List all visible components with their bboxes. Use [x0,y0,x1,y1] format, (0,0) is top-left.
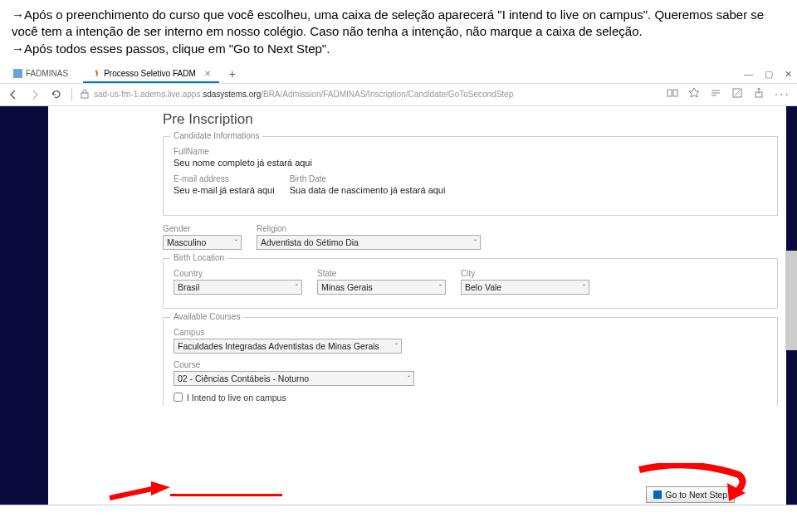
section-birth-location: Birth Location Country Brasilˇ State Min… [163,258,778,309]
address-bar[interactable]: sad-us-fm-1.adems.live.apps.sdasystems.o… [81,89,658,100]
reading-view-icon[interactable] [667,87,678,102]
tab-label: Processo Seletivo FADM [104,69,196,78]
fullname-label: FullName [174,147,767,156]
campus-label: Campus [174,328,767,337]
section-legend: Candidate Informations [170,131,262,140]
instruction-text: →Após o preenchimento do curso que você … [0,0,797,62]
site-icon [13,69,22,78]
birthdate-value: Sua data de nascimento já estará aqui [290,185,446,195]
campus-select[interactable]: Faculdades Integradas Adventistas de Min… [174,339,402,354]
tab-fadminas[interactable]: FADMINAS [5,66,76,83]
lock-icon [81,89,89,100]
scrollbar[interactable] [785,251,797,350]
chevron-down-icon: ˇ [431,283,442,291]
religion-select[interactable]: Adventista do Sétimo Diaˇ [257,235,481,250]
religion-label: Religion [257,224,481,233]
favorite-icon[interactable] [688,87,700,102]
flame-icon [91,69,100,78]
tab-bar: FADMINAS Processo Seletivo FADM ✕ + — ▢ … [0,62,797,84]
section-legend: Birth Location [170,253,227,262]
share-icon[interactable] [753,87,765,102]
svg-marker-10 [151,481,170,495]
close-icon[interactable]: ✕ [204,69,211,78]
email-label: E-mail address [174,174,275,183]
section-candidate-info: Candidate Informations FullName Seu nome… [163,136,778,216]
browser-window: FADMINAS Processo Seletivo FADM ✕ + — ▢ … [0,62,797,505]
new-tab-button[interactable]: + [229,67,236,81]
svg-rect-0 [13,69,22,78]
gender-select[interactable]: Masculinoˇ [163,235,242,250]
section-legend: Available Courses [170,312,243,321]
intend-campus-checkbox[interactable] [174,393,183,402]
annotation-arrow-curved [623,463,755,505]
intend-campus-label: I Intend to live on campus [187,393,286,403]
annotation-underline [170,494,282,496]
chevron-down-icon: ˇ [287,283,298,291]
left-blue-bar [0,106,48,505]
tab-processo[interactable]: Processo Seletivo FADM ✕ [83,66,219,83]
svg-rect-2 [667,90,672,96]
svg-rect-1 [81,93,88,98]
tab-label: FADMINAS [26,69,68,78]
url-part: sad-us-fm-1.adems.live.apps. [94,90,203,99]
arrow-icon: → [12,7,24,22]
back-button[interactable] [7,88,20,101]
email-value: Seu e-mail já estará aqui [174,185,275,195]
course-select[interactable]: 02 - Ciências Contábeis - Noturnoˇ [174,371,414,386]
country-select[interactable]: Brasilˇ [174,280,302,295]
notes-icon[interactable] [731,87,743,102]
chevron-down-icon: ˇ [466,238,477,246]
birthdate-label: Birth Date [290,174,446,183]
state-select[interactable]: Minas Geraisˇ [317,280,446,295]
city-label: City [461,269,589,278]
more-icon[interactable]: ··· [775,87,790,102]
country-label: Country [174,269,302,278]
minimize-button[interactable]: — [744,69,753,80]
url-path: /BRA/Admission/FADMINAS/Inscription/Cand… [261,90,513,99]
section-gender-religion: Gender Masculinoˇ Religion Adventista do… [163,224,778,250]
chevron-down-icon: ˇ [575,283,585,291]
annotation-arrow-left [108,481,170,501]
arrow-icon: → [12,41,24,56]
page-content: Pre Inscription Candidate Informations F… [0,106,797,505]
refresh-button[interactable] [50,88,63,101]
maximize-button[interactable]: ▢ [765,69,773,80]
url-host: sdasystems.org [203,90,261,99]
address-bar-row: sad-us-fm-1.adems.live.apps.sdasystems.o… [0,84,797,106]
course-label: Course [174,360,767,369]
close-window-button[interactable]: ✕ [785,69,792,80]
chevron-down-icon: ˇ [387,342,398,350]
city-select[interactable]: Belo Valeˇ [461,280,589,295]
state-label: State [317,269,446,278]
gender-label: Gender [163,224,242,233]
page-title: Pre Inscription [163,111,786,128]
forward-button[interactable] [28,88,42,101]
chevron-down-icon: ˇ [227,238,237,246]
section-available-courses: Available Courses Campus Faculdades Inte… [163,317,778,406]
fullname-value: Seu nome completo já estará aqui [174,158,767,168]
chevron-down-icon: ˇ [399,374,410,383]
hub-icon[interactable] [710,87,721,102]
svg-rect-3 [673,90,677,96]
svg-line-9 [110,488,156,498]
intend-campus-checkbox-row: I Intend to live on campus [174,393,767,403]
